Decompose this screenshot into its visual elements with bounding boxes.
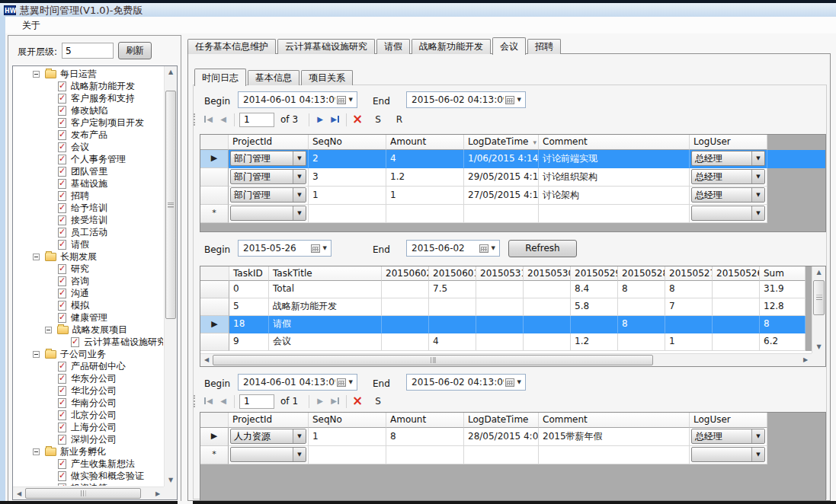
day-cell[interactable]	[476, 298, 524, 316]
day-cell[interactable]: 7.5	[429, 281, 476, 298]
tab-recruit[interactable]: 招聘	[527, 39, 561, 54]
tree-item[interactable]: 研究	[58, 263, 163, 275]
tree-item[interactable]: 投资决策	[58, 482, 163, 486]
tree-collapse-icon[interactable]	[33, 71, 40, 78]
logdatetime-cell[interactable]: 1/06/2015 4:14 ...	[464, 150, 539, 168]
logdatetime-cell[interactable]: 28/05/2015 4:09...	[464, 428, 539, 446]
combo-arrow-icon[interactable]: ▼	[293, 188, 306, 202]
combo-arrow-icon[interactable]: ▼	[751, 206, 764, 220]
col-taskid[interactable]: TaskID	[229, 266, 269, 281]
day-cell[interactable]	[524, 316, 571, 333]
day-cell[interactable]: 1.2	[571, 333, 618, 351]
delete-button[interactable]: ×	[350, 394, 365, 409]
tree-item[interactable]: 深圳分公司	[58, 433, 163, 445]
grid1-row[interactable]: ▶ 部门管理▼ 2 4 1/06/2015 4:14 ... 讨论前端实现 总经…	[200, 150, 825, 168]
comment-cell[interactable]	[539, 205, 690, 223]
grid2-vertical-scrollbar[interactable]: ▲ ▼	[812, 266, 825, 353]
combo-arrow-icon[interactable]: ▼	[293, 170, 306, 183]
loguser-cell[interactable]: ▼	[690, 446, 767, 464]
tab-strategic-dev[interactable]: 战略新功能开发	[412, 39, 491, 54]
calendar-dropdown-button[interactable]: ▼	[309, 244, 331, 253]
col-projectid[interactable]: ProjectId	[229, 135, 309, 150]
col-20150528[interactable]: 20150528	[618, 266, 665, 281]
col-loguser[interactable]: LogUser	[690, 413, 767, 428]
day-cell[interactable]: 1	[665, 333, 713, 351]
grid1-row[interactable]: 部门管理▼ 1 1 27/05/2015 4:13... 讨论架构 总经理▼	[200, 187, 825, 205]
projectid-cell[interactable]: ▼	[229, 205, 309, 223]
calendar-dropdown-button[interactable]: ▼	[335, 378, 357, 387]
comment-cell[interactable]	[539, 446, 690, 464]
move-previous-button[interactable]: ◀	[216, 112, 231, 127]
tree-item[interactable]: 咨询	[58, 275, 163, 287]
position-input[interactable]	[239, 113, 274, 127]
seqno-cell[interactable]: 2	[309, 150, 386, 168]
projectid-cell[interactable]: 部门管理▼	[229, 150, 309, 168]
taskid-cell[interactable]: 0	[229, 281, 269, 298]
tree-item[interactable]: 子公司业务	[33, 348, 163, 360]
tree-collapse-icon[interactable]	[33, 351, 40, 358]
amount-cell[interactable]: 4	[386, 150, 464, 168]
tree-item[interactable]: 沟通	[58, 287, 163, 299]
scroll-down-icon[interactable]: ▼	[165, 474, 177, 486]
col-20150531[interactable]: 20150531	[476, 266, 524, 281]
seqno-cell[interactable]: 1	[309, 428, 386, 446]
row-selector[interactable]: ▶	[200, 316, 229, 333]
col-sum[interactable]: Sum	[760, 266, 806, 281]
scrollbar-thumb[interactable]	[25, 488, 141, 499]
new-row-selector[interactable]: *	[200, 446, 229, 464]
tree-item[interactable]: 健康管理	[58, 311, 163, 324]
amount-cell[interactable]: 1	[386, 187, 464, 205]
col-seqno[interactable]: SeqNo	[309, 413, 386, 428]
day-cell[interactable]	[382, 333, 429, 351]
scrollbar-thumb[interactable]	[813, 280, 825, 315]
move-last-button[interactable]: ▶	[328, 112, 343, 127]
project-combo[interactable]: 人力资源▼	[230, 429, 306, 444]
row-selector[interactable]: ▶	[200, 150, 229, 168]
day-cell[interactable]	[524, 281, 571, 298]
seqno-cell[interactable]	[309, 205, 386, 223]
tree-item[interactable]: 长期发展	[33, 250, 163, 263]
calendar-dropdown-button[interactable]: ▼	[504, 378, 525, 387]
tab-meeting[interactable]: 会议	[492, 37, 526, 55]
tree-item[interactable]: 请假	[58, 238, 163, 250]
day-cell[interactable]: 8	[618, 316, 665, 333]
row-selector[interactable]	[200, 187, 229, 205]
tree-item[interactable]: 会议	[58, 141, 163, 153]
tree-item[interactable]: 华东分公司	[58, 372, 163, 384]
menu-about[interactable]: 关于	[16, 17, 46, 33]
tree-item[interactable]: 员工活动	[58, 226, 163, 238]
tab-cloud-research[interactable]: 云计算基础设施研究	[277, 39, 375, 54]
logdatetime-cell[interactable]: 29/05/2015 4:17...	[464, 168, 539, 187]
tree-item[interactable]: 产生收集新想法	[58, 458, 163, 470]
grid3-row[interactable]: ▶ 人力资源▼ 1 8 28/05/2015 4:09... 2015带薪年假 …	[200, 428, 825, 446]
row-selector[interactable]	[200, 298, 229, 316]
sum-cell[interactable]: 12.8	[760, 298, 806, 316]
comment-cell[interactable]: 讨论前端实现	[539, 150, 690, 168]
col-comment[interactable]: Comment	[539, 135, 690, 150]
day-cell[interactable]: 7	[665, 298, 713, 316]
end-datetime-picker-1[interactable]: 2015-06-02 04:13:09 ▼	[406, 91, 526, 108]
tree-item[interactable]: 战略发展项目	[45, 324, 163, 336]
day-cell[interactable]	[713, 333, 760, 351]
loguser-cell[interactable]: 总经理▼	[690, 187, 767, 205]
day-cell[interactable]	[713, 316, 760, 333]
day-cell[interactable]	[476, 316, 524, 333]
day-cell[interactable]	[713, 298, 760, 316]
amount-cell[interactable]: 1.2	[386, 168, 464, 187]
tasktitle-cell[interactable]: 战略新功能开发	[269, 298, 382, 316]
sum-cell[interactable]: 6.2	[760, 333, 806, 351]
tree-item[interactable]: 修改缺陷	[58, 104, 163, 116]
tree-horizontal-scrollbar[interactable]: ◀ ▶	[13, 486, 164, 499]
loguser-cell[interactable]: ▼	[690, 205, 767, 223]
day-cell[interactable]	[382, 316, 429, 333]
move-next-button[interactable]: ▶	[312, 394, 328, 409]
day-cell[interactable]	[524, 333, 571, 351]
day-cell[interactable]: 8.4	[571, 281, 618, 298]
tab-project-relation[interactable]: 项目关系	[301, 70, 353, 85]
expand-level-input[interactable]	[62, 43, 114, 59]
tasktitle-cell[interactable]: 请假	[269, 316, 382, 333]
tree-item[interactable]: 客户服务和支持	[58, 92, 163, 104]
refresh-button[interactable]: Refresh	[508, 240, 577, 257]
row-selector[interactable]	[200, 281, 229, 298]
grid1-row[interactable]: 部门管理▼ 3 1.2 29/05/2015 4:17... 讨论组织架构 总经…	[200, 168, 825, 187]
